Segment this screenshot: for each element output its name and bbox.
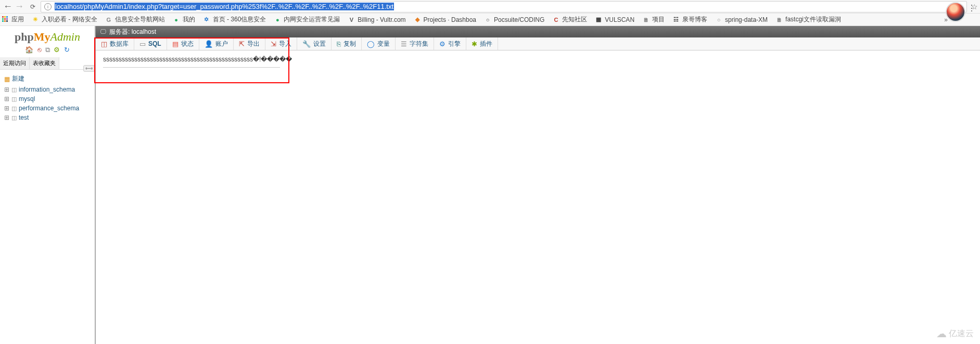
expand-icon[interactable]: ⊞ [4, 105, 9, 112]
address-bar[interactable]: i localhost/phpMyAdmin1/index.php?target… [41, 1, 967, 12]
bookmark-label: 泉哥博客 [682, 15, 707, 24]
back-button[interactable]: ← [2, 1, 14, 12]
main-tab[interactable]: ⇲导入 [265, 37, 297, 50]
forward-button[interactable]: → [14, 1, 25, 12]
reload-nav-icon[interactable]: ↻ [64, 46, 70, 54]
bookmark-item[interactable]: ▦VULSCAN [594, 15, 634, 24]
main-tab[interactable]: ◯变量 [362, 37, 396, 50]
bookmark-label: 项目 [652, 15, 665, 24]
content-divider [103, 67, 280, 68]
bookmark-label: 我的 [183, 15, 195, 24]
server-breadcrumb: 🖵 服务器: localhost [96, 26, 980, 37]
main-tabs: ◫数据库▭SQL▤状态👤账户⇱导出⇲导入🔧设置⎘复制◯变量☰字符集⚙引擎✱插件 [96, 37, 980, 50]
browser-menu-icon[interactable]: ⋮ [968, 3, 976, 13]
bookmark-item[interactable]: ○spring-data-XM [715, 15, 768, 24]
tab-favorites[interactable]: 表收藏夹 [30, 57, 59, 69]
content-text: ssssssssssssssssssssssssssssssssssssssss… [103, 56, 292, 63]
new-db-icon: ▦ [4, 75, 10, 83]
profile-avatar[interactable] [946, 2, 965, 22]
database-icon: ◫ [11, 96, 17, 103]
database-icon: ◫ [11, 105, 17, 112]
server-label[interactable]: 服务器: localhost [109, 28, 156, 36]
bookmark-label: 首页 - 360信息安全 [213, 15, 266, 24]
bookmark-label: Pocsuite/CODING [494, 16, 544, 23]
expand-icon[interactable]: ⊞ [4, 114, 9, 121]
apps-label: 应用 [11, 15, 24, 24]
sidebar-tabs: 近期访问 表收藏夹 [0, 57, 95, 70]
bookmark-label: Projects · Dashboa [424, 16, 476, 23]
apps-button[interactable]: 应用 [2, 15, 24, 24]
main-tab[interactable]: 🔧设置 [297, 37, 332, 50]
bookmark-label: 信息安全导航网站 [115, 15, 165, 24]
main-tab[interactable]: ▭SQL [134, 37, 167, 50]
db-label: test [19, 114, 29, 121]
bookmark-item[interactable]: ●内网安全运营常见漏 [273, 15, 340, 24]
watermark: ☁ 亿速云 [936, 327, 974, 340]
bookmark-label: 先知社区 [562, 15, 587, 24]
main-tab[interactable]: ⚙引擎 [434, 37, 466, 50]
bookmark-icon: ☀ [31, 16, 40, 24]
bookmark-icon: ● [172, 16, 181, 24]
bookmark-label: spring-data-XM [725, 16, 768, 23]
bookmark-item[interactable]: ☷泉哥博客 [672, 15, 707, 24]
docs-icon[interactable]: ⧉ [45, 46, 50, 54]
tree-db-item[interactable]: ⊞◫mysql [2, 94, 93, 104]
pma-logo[interactable]: phpMyAdmin [0, 26, 95, 45]
server-icon: 🖵 [100, 28, 106, 35]
tree-db-item[interactable]: ⊞◫test [2, 113, 93, 122]
phpmyadmin-app: phpMyAdmin 🏠 ⎋ ⧉ ⚙ ↻ 近期访问 表收藏夹 ▦ 新建 ⊞◫in… [0, 26, 980, 344]
tree-db-item[interactable]: ⊞◫performance_schema [2, 104, 93, 113]
db-tree: ▦ 新建 ⊞◫information_schema⊞◫mysql⊞◫perfor… [0, 70, 95, 125]
main-tab[interactable]: ☰字符集 [396, 37, 434, 50]
main-tab[interactable]: ⎘复制 [332, 37, 362, 50]
expand-icon[interactable]: ⊞ [4, 95, 9, 103]
site-info-icon[interactable]: i [44, 3, 52, 10]
tab-icon: ◫ [101, 40, 107, 48]
bookmark-icon: ✡ [202, 16, 211, 24]
logout-icon[interactable]: ⎋ [37, 46, 42, 54]
url-text: localhost/phpMyAdmin1/index.php?target=u… [55, 3, 394, 10]
watermark-label: 亿速云 [949, 328, 974, 339]
bookmark-item[interactable]: 🗎fastcgi文件读取漏洞 [775, 15, 841, 24]
main-tab[interactable]: ▤状态 [167, 37, 199, 50]
bookmark-icon: G [105, 16, 113, 24]
tab-icon: ⚙ [439, 40, 446, 48]
settings-icon[interactable]: ⚙ [54, 46, 60, 54]
main-tab[interactable]: ✱插件 [466, 37, 498, 50]
bookmark-label: 内网安全运营常见漏 [284, 15, 340, 24]
tab-icon: ☰ [401, 40, 407, 48]
tree-new-db[interactable]: ▦ 新建 [2, 73, 93, 85]
reload-button[interactable]: ⟳ [27, 1, 39, 12]
tab-label: 插件 [480, 40, 492, 48]
main-tab[interactable]: ⇱导出 [234, 37, 265, 50]
bookmark-item[interactable]: ●我的 [172, 15, 195, 24]
tree-db-item[interactable]: ⊞◫information_schema [2, 85, 93, 94]
bookmark-item[interactable]: G信息安全导航网站 [105, 15, 165, 24]
bookmark-item[interactable]: ○Pocsuite/CODING [483, 15, 544, 24]
bookmark-label: VULSCAN [605, 16, 634, 23]
expand-icon[interactable]: ⊞ [4, 86, 9, 93]
tab-recent[interactable]: 近期访问 [0, 57, 30, 69]
bookmark-item[interactable]: 🗎项目 [642, 15, 665, 24]
bookmark-icon: ◆ [413, 16, 422, 24]
database-icon: ◫ [11, 114, 17, 121]
sidebar: phpMyAdmin 🏠 ⎋ ⧉ ⚙ ↻ 近期访问 表收藏夹 ▦ 新建 ⊞◫in… [0, 26, 96, 344]
main-tab[interactable]: 👤账户 [199, 37, 234, 50]
tab-label: 导出 [247, 40, 260, 48]
main-tab[interactable]: ◫数据库 [96, 37, 134, 50]
bookmark-icon: ● [273, 16, 282, 24]
bookmark-item[interactable]: C先知社区 [552, 15, 587, 24]
db-label: performance_schema [19, 105, 79, 112]
db-label: mysql [19, 95, 35, 103]
bookmark-item[interactable]: VBilling - Vultr.com [347, 15, 405, 24]
browser-toolbar: ← → ⟳ i localhost/phpMyAdmin1/index.php?… [0, 0, 980, 14]
sidebar-collapse-handle[interactable]: ⟷ [83, 65, 95, 72]
bookmark-item[interactable]: ◆Projects · Dashboa [413, 15, 476, 24]
tab-icon: 🔧 [302, 40, 311, 48]
tab-label: 设置 [313, 40, 326, 48]
bookmark-item[interactable]: ✡首页 - 360信息安全 [202, 15, 266, 24]
bookmark-icon: ☷ [672, 16, 680, 24]
home-icon[interactable]: 🏠 [25, 46, 33, 54]
bookmark-item[interactable]: ☀入职必看 - 网络安全 [31, 15, 97, 24]
apps-grid-icon [2, 16, 9, 23]
